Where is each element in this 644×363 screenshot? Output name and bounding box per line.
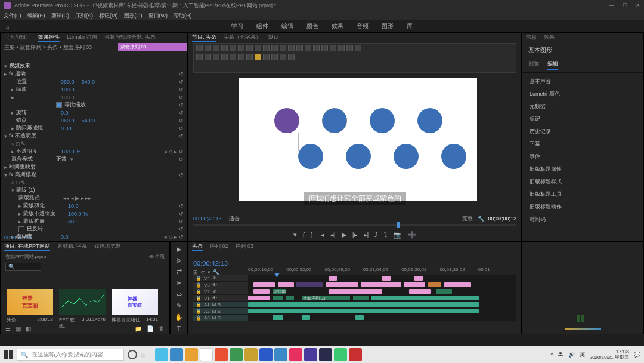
snap-icon[interactable]: ⊞: [193, 269, 198, 275]
lift-icon[interactable]: ⤴: [374, 231, 378, 239]
item-metadata[interactable]: 元数据: [522, 100, 643, 113]
tab-effects[interactable]: 效果: [544, 33, 555, 41]
maximize-icon[interactable]: ☐: [623, 2, 627, 8]
app-11[interactable]: [304, 348, 317, 361]
app-14[interactable]: [349, 348, 362, 361]
project-search[interactable]: [5, 263, 41, 271]
motion[interactable]: fx 运动: [9, 70, 26, 78]
tray-ime[interactable]: 英: [580, 351, 585, 359]
settings-icon[interactable]: 🔧: [213, 269, 219, 275]
ws-assembly[interactable]: 组件: [256, 22, 268, 30]
trash-icon[interactable]: 🗑: [159, 325, 165, 332]
ws-graphics[interactable]: 图形: [382, 22, 394, 30]
hand-tool[interactable]: ✋: [175, 313, 183, 322]
app-12[interactable]: [319, 348, 332, 361]
track-select-tool[interactable]: ⫸: [175, 257, 183, 265]
tab-noclip[interactable]: （无剪辑）: [4, 33, 31, 41]
fit-dropdown[interactable]: 适合: [229, 215, 240, 223]
ws-library[interactable]: 库: [407, 22, 413, 30]
thumb-1[interactable]: 神器百宝箱 头条3;00;12: [7, 289, 53, 330]
subtitle-tab[interactable]: 字幕（无字幕）: [224, 33, 261, 41]
timeline-ruler[interactable]: 00;00;16;0000;00;32;0000;00;48;0000;01;0…: [248, 267, 516, 274]
time-remap[interactable]: 时间重映射: [9, 163, 36, 171]
seq-tab-1[interactable]: 头条: [192, 242, 203, 251]
extract-icon[interactable]: ⤵: [384, 231, 388, 239]
wrench-icon[interactable]: 🔧: [478, 216, 484, 222]
next-icon[interactable]: ▸|: [364, 231, 369, 239]
tab-media-browser[interactable]: 媒体浏览器: [94, 242, 121, 250]
step-fwd-icon[interactable]: |▸: [352, 231, 358, 239]
item-markers[interactable]: 标记: [522, 113, 643, 125]
app-8[interactable]: [259, 348, 273, 361]
tab-audio-mixer[interactable]: 音频剪辑混合器: 头条: [104, 33, 156, 41]
seq-tab-3[interactable]: 序列 03: [236, 242, 254, 250]
app-5[interactable]: [215, 348, 228, 361]
tab-bin[interactable]: 素材箱: 字幕: [57, 242, 87, 250]
type-tool[interactable]: T: [175, 325, 183, 333]
item-legacy-styles[interactable]: 旧版标题样式: [522, 176, 643, 188]
seq-tab-2[interactable]: 序列 02: [210, 242, 228, 250]
menu-file[interactable]: 文件(F): [4, 12, 21, 20]
item-captions[interactable]: 字幕: [522, 138, 643, 150]
item-legacy-props[interactable]: 旧版标题属性: [522, 163, 643, 176]
menu-help[interactable]: 帮助(H): [174, 12, 192, 20]
program-scrubber[interactable]: [193, 224, 516, 226]
track-v4[interactable]: V4: [204, 276, 210, 281]
scale-dropdown[interactable]: 完整: [462, 215, 473, 223]
list-view-icon[interactable]: ☰: [5, 325, 11, 332]
prev-icon[interactable]: |◂: [319, 231, 324, 239]
in-icon[interactable]: {: [303, 231, 305, 239]
inverted-check[interactable]: [18, 226, 24, 232]
app-4[interactable]: [200, 348, 213, 361]
tray-network-icon[interactable]: 🖧: [558, 352, 564, 358]
marker-icon[interactable]: ▾: [208, 269, 210, 275]
app-9[interactable]: [274, 348, 287, 361]
start-button[interactable]: [4, 350, 13, 359]
item-legacy-actions[interactable]: 旧版标题动作: [522, 201, 643, 213]
ripple-tool[interactable]: ⇄: [175, 268, 183, 276]
play-icon[interactable]: ▶: [342, 231, 346, 239]
app-13[interactable]: [334, 348, 347, 361]
home-icon[interactable]: ⌂: [6, 23, 10, 30]
thumb-3[interactable]: 神器百宝箱 神器百宝箱仕...14;01: [112, 289, 158, 330]
preview-canvas[interactable]: [239, 78, 477, 201]
tray-up-icon[interactable]: ^: [550, 352, 553, 358]
selection-tool[interactable]: ▶: [175, 245, 183, 254]
sub-edit[interactable]: 编辑: [547, 60, 558, 70]
app-6[interactable]: [230, 348, 243, 361]
gauss-blur[interactable]: fx 高斯模糊: [9, 171, 36, 179]
icon-view-icon[interactable]: ▦: [16, 325, 21, 332]
menu-graphics[interactable]: 图形(G): [124, 12, 143, 20]
menu-marker[interactable]: 标记(M): [99, 12, 118, 20]
new-item-icon[interactable]: 📄: [147, 325, 154, 332]
app-7[interactable]: [244, 348, 258, 361]
menu-sequence[interactable]: 序列(S): [75, 12, 93, 20]
position-y[interactable]: 540.0: [82, 79, 95, 85]
uniform-check[interactable]: [56, 102, 62, 108]
tab-info[interactable]: 信息: [526, 33, 537, 41]
app-1[interactable]: [155, 348, 168, 361]
opacity-section[interactable]: fx 不透明度: [9, 132, 36, 140]
ws-audio[interactable]: 音频: [357, 22, 369, 30]
tab-lumetri[interactable]: Lumetri 范围: [67, 33, 97, 41]
thumb-2[interactable]: PPT 在线...3:38.14576: [59, 289, 106, 330]
menu-window[interactable]: 窗口(W): [148, 12, 168, 20]
item-timecode[interactable]: 时间码: [522, 213, 643, 226]
slip-tool[interactable]: ⇔: [175, 291, 183, 299]
ws-editing[interactable]: 编辑: [281, 22, 293, 30]
close-icon[interactable]: ✕: [636, 2, 640, 8]
tray-notification-icon[interactable]: 💬: [634, 352, 640, 358]
menu-clip[interactable]: 剪辑(C): [51, 12, 70, 20]
item-legacy-tools[interactable]: 旧版标题工具: [522, 188, 643, 201]
cortana-icon[interactable]: [128, 350, 137, 359]
track-a3[interactable]: A3: [204, 315, 210, 321]
settings-icon[interactable]: ➕: [408, 231, 416, 239]
ws-color[interactable]: 颜色: [306, 22, 318, 30]
track-v2[interactable]: V2: [204, 289, 210, 294]
taskview-icon[interactable]: ⊞: [141, 352, 145, 358]
sub-browse[interactable]: 浏览: [528, 60, 539, 70]
program-tab[interactable]: 节目: 头条: [192, 33, 216, 42]
freeform-icon[interactable]: ◧: [26, 325, 31, 332]
app-2[interactable]: [170, 348, 183, 361]
program-tc[interactable]: 00;00;42;13: [193, 216, 222, 222]
